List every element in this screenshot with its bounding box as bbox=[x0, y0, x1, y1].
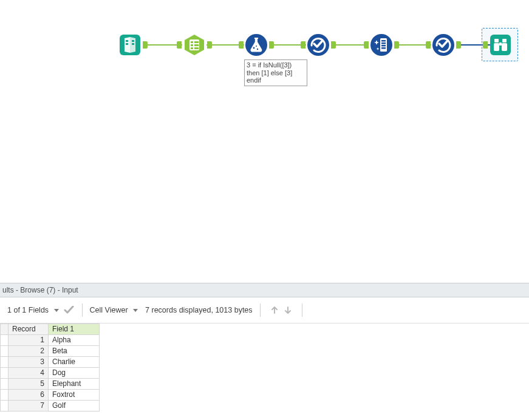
cell-value[interactable]: Dog bbox=[49, 368, 100, 379]
workflow-canvas[interactable]: 3 = if IsNull([3]) then [1] else [3] end… bbox=[0, 0, 529, 279]
results-status-text: 7 records displayed, 1013 bytes bbox=[145, 306, 253, 314]
output-port[interactable] bbox=[269, 41, 274, 49]
output-port[interactable] bbox=[143, 41, 148, 49]
row-handle[interactable] bbox=[1, 368, 9, 379]
separator bbox=[82, 303, 83, 317]
svg-rect-21 bbox=[381, 42, 386, 44]
separator bbox=[302, 303, 302, 317]
svg-rect-7 bbox=[191, 41, 193, 43]
table-row[interactable]: 4 Dog bbox=[1, 368, 100, 379]
output-port[interactable] bbox=[207, 41, 212, 49]
column-header-field1[interactable]: Field 1 bbox=[49, 324, 100, 335]
cell-viewer-label: Cell Viewer bbox=[90, 306, 128, 314]
row-handle[interactable] bbox=[1, 401, 9, 412]
chevron-down-icon bbox=[54, 309, 59, 312]
cell-record: 2 bbox=[9, 346, 49, 357]
cell-record: 4 bbox=[9, 368, 49, 379]
output-port[interactable] bbox=[394, 41, 399, 49]
fields-dropdown[interactable]: 1 of 1 Fields bbox=[7, 306, 59, 314]
chevron-down-icon bbox=[133, 309, 138, 312]
cell-value[interactable]: Beta bbox=[49, 346, 100, 357]
svg-rect-32 bbox=[499, 42, 502, 46]
input-port[interactable] bbox=[426, 41, 431, 49]
svg-rect-9 bbox=[191, 44, 193, 46]
data-cleanse-tool[interactable] bbox=[369, 33, 394, 57]
svg-rect-20 bbox=[381, 40, 386, 42]
fields-dropdown-label: 1 of 1 Fields bbox=[7, 306, 49, 314]
cell-record: 3 bbox=[9, 357, 49, 368]
table-row[interactable]: 2 Beta bbox=[1, 346, 100, 357]
input-port[interactable] bbox=[364, 41, 369, 49]
svg-rect-8 bbox=[194, 41, 199, 43]
connector bbox=[332, 44, 368, 46]
results-panel-title: ults - Browse (7) - Input bbox=[0, 283, 529, 297]
input-data-tool[interactable] bbox=[118, 33, 142, 57]
output-port[interactable] bbox=[456, 41, 461, 49]
formula-annotation: 3 = if IsNull([3]) then [1] else [3] end… bbox=[244, 59, 307, 86]
table-header-row: Record Field 1 bbox=[1, 324, 100, 335]
results-toolbar: 1 of 1 Fields Cell Viewer 7 records disp… bbox=[0, 297, 529, 323]
cell-record: 5 bbox=[9, 379, 49, 390]
select-records-tool-2[interactable] bbox=[431, 33, 456, 57]
row-handle[interactable] bbox=[1, 335, 9, 346]
table-row[interactable]: 1 Alpha bbox=[1, 335, 100, 346]
separator bbox=[260, 303, 261, 317]
svg-rect-4 bbox=[132, 43, 134, 45]
row-handle[interactable] bbox=[1, 357, 9, 368]
results-grid[interactable]: Record Field 1 1 Alpha 2 Beta 3 Charlie … bbox=[0, 323, 100, 412]
input-port[interactable] bbox=[239, 41, 244, 49]
row-handle[interactable] bbox=[1, 346, 9, 357]
row-handle[interactable] bbox=[1, 390, 9, 401]
cell-record: 1 bbox=[9, 335, 49, 346]
arrow-down-button[interactable] bbox=[281, 303, 295, 317]
checkmark-icon[interactable] bbox=[64, 306, 75, 314]
cell-value[interactable]: Alpha bbox=[49, 335, 100, 346]
svg-point-16 bbox=[256, 46, 257, 47]
svg-rect-28 bbox=[494, 39, 499, 42]
select-records-tool-1[interactable] bbox=[306, 33, 330, 57]
select-tool[interactable] bbox=[182, 33, 206, 57]
svg-rect-31 bbox=[502, 43, 507, 51]
browse-tool[interactable] bbox=[488, 33, 513, 57]
table-row[interactable]: 5 Elephant bbox=[1, 379, 100, 390]
input-port[interactable] bbox=[483, 41, 488, 49]
table-row[interactable]: 6 Foxtrot bbox=[1, 390, 100, 401]
cell-value[interactable]: Golf bbox=[49, 401, 100, 412]
svg-rect-10 bbox=[194, 44, 199, 46]
svg-point-14 bbox=[253, 47, 255, 49]
results-panel: ults - Browse (7) - Input 1 of 1 Fields … bbox=[0, 283, 529, 412]
row-handle[interactable] bbox=[1, 379, 9, 390]
cell-value[interactable]: Foxtrot bbox=[49, 390, 100, 401]
row-handle-header bbox=[1, 324, 9, 335]
table-row[interactable]: 7 Golf bbox=[1, 401, 100, 412]
output-port[interactable] bbox=[331, 41, 336, 49]
input-port[interactable] bbox=[301, 41, 305, 49]
svg-rect-11 bbox=[191, 47, 193, 49]
svg-rect-22 bbox=[381, 45, 386, 47]
column-header-record[interactable]: Record bbox=[9, 324, 49, 335]
formula-tool[interactable] bbox=[244, 33, 268, 57]
cell-value[interactable]: Charlie bbox=[49, 357, 100, 368]
cell-value[interactable]: Elephant bbox=[49, 379, 100, 390]
cell-viewer-dropdown[interactable]: Cell Viewer bbox=[90, 306, 138, 314]
svg-rect-3 bbox=[132, 40, 134, 42]
cell-record: 6 bbox=[9, 390, 49, 401]
svg-rect-30 bbox=[494, 43, 499, 51]
cell-record: 7 bbox=[9, 401, 49, 412]
table-row[interactable]: 3 Charlie bbox=[1, 357, 100, 368]
arrow-up-button[interactable] bbox=[268, 303, 281, 317]
svg-rect-2 bbox=[126, 43, 128, 45]
svg-rect-29 bbox=[502, 39, 507, 42]
svg-rect-23 bbox=[381, 47, 386, 49]
svg-rect-1 bbox=[126, 40, 128, 42]
input-port[interactable] bbox=[177, 41, 182, 49]
svg-rect-12 bbox=[194, 47, 199, 49]
svg-point-15 bbox=[257, 49, 258, 50]
